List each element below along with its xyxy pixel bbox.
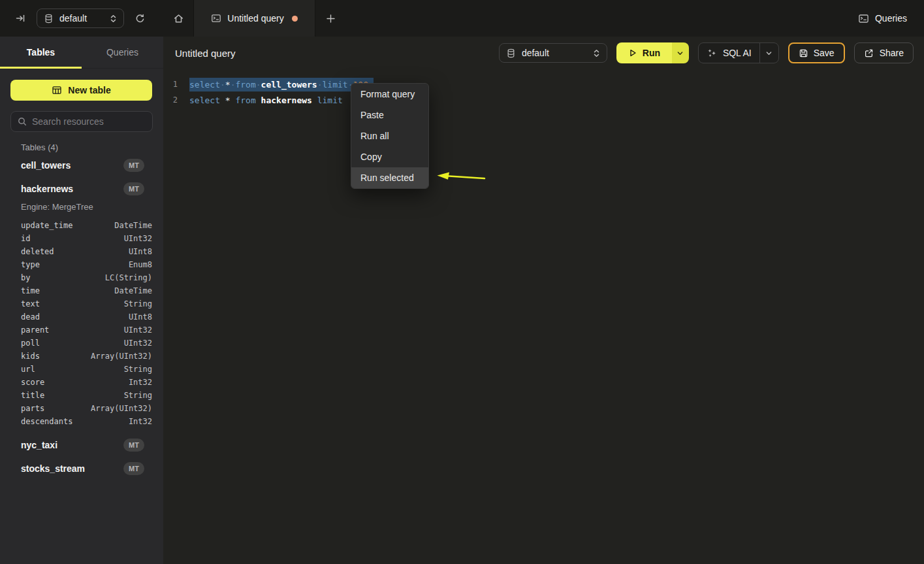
queries-button[interactable]: Queries [858,13,907,24]
database-icon [506,48,516,58]
chevron-sort-icon [110,14,117,23]
sql-ai-button-group: SQL AI [698,42,779,63]
collapse-sidebar-icon[interactable] [15,13,25,24]
column-type: LC(String) [105,273,152,282]
column-type: String [124,391,152,400]
tab-label: Untitled query [227,13,283,24]
column-type: Array(UInt32) [91,352,152,361]
run-button[interactable]: Run [616,42,672,63]
run-button-label: Run [643,48,660,58]
chevron-sort-icon [593,49,600,58]
code-token: * [225,80,231,90]
code-line[interactable]: 1select·*·from·cell_towers·limit·100· [163,76,924,92]
database-selector-top[interactable]: default [37,8,124,28]
database-selector-toolbar[interactable]: default [499,43,607,63]
code-line[interactable]: 2select * from hackernews limit [163,92,924,108]
table-engine-badge: MT [123,462,144,475]
code-token: · [317,80,323,90]
code-token: hackernews [261,95,312,105]
sidebar-tab-tables[interactable]: Tables [0,37,82,68]
code-token: · [256,80,261,90]
query-header: Untitled query default Run [163,37,924,69]
column-name: score [21,378,44,387]
share-button[interactable]: Share [854,42,914,63]
code-token [256,95,261,105]
run-button-group: Run [616,42,689,63]
editor-lines: 1select·*·from·cell_towers·limit·100·2se… [163,76,924,108]
table-column-row: parentUInt32 [0,323,163,337]
table-item[interactable]: hackernewsMT [0,178,163,199]
tab-untitled-query[interactable]: Untitled query [193,0,315,37]
search-input[interactable] [32,116,146,127]
refresh-icon[interactable] [135,13,146,24]
table-column-row: kidsArray(UInt32) [0,350,163,363]
main-panel: Untitled query default Run [163,37,924,564]
code-token: limit [323,80,348,90]
table-column-row: deadUInt8 [0,310,163,323]
table-column-row: idUInt32 [0,232,163,245]
table-engine-badge: MT [123,182,144,195]
context-menu-item-run-selected[interactable]: Run selected [351,167,428,188]
database-selector-value: default [522,48,587,58]
sql-ai-chevron[interactable] [760,43,778,63]
sidebar-tabs: Tables Queries [0,37,163,69]
context-menu-item-run-all[interactable]: Run all [351,125,428,146]
terminal-icon [211,13,221,24]
column-name: parent [21,325,49,335]
new-table-button[interactable]: New table [10,80,152,101]
table-engine-badge: MT [123,159,144,172]
table-column-row: textString [0,297,163,310]
column-type: Int32 [129,417,152,426]
home-icon[interactable] [163,0,193,37]
toolbar: default Run [499,42,914,63]
sql-editor[interactable]: 1select·*·from·cell_towers·limit·100·2se… [163,69,924,108]
table-column-row: titleString [0,389,163,402]
database-selector-value: default [59,13,104,24]
column-type: UInt8 [129,247,152,256]
code-text: select * from hackernews limit [189,93,343,107]
column-name: kids [21,352,40,361]
new-tab-icon[interactable] [315,0,345,37]
column-type: Int32 [129,378,152,387]
context-menu-item-paste[interactable]: Paste [351,105,428,125]
table-item[interactable]: nyc_taxiMT [0,435,163,456]
run-options-chevron[interactable] [672,42,689,63]
table-column-row: pollUInt32 [0,337,163,350]
sql-ai-button[interactable]: SQL AI [699,43,759,63]
code-token: cell_towers [261,80,317,90]
column-type: Array(UInt32) [91,404,152,413]
sidebar-tab-queries[interactable]: Queries [82,37,163,68]
column-type: Enum8 [129,260,152,269]
table-item[interactable]: stocks_streamMT [0,458,163,479]
search-box[interactable] [10,111,153,132]
play-icon [628,48,637,58]
table-item[interactable]: cell_towersMT [0,155,163,176]
column-name: poll [21,339,40,348]
code-token: from [235,95,255,105]
context-menu-item-format-query[interactable]: Format query [351,84,428,105]
code-token: limit [317,95,343,105]
column-type: UInt32 [124,339,152,348]
column-type: String [124,299,152,308]
share-button-label: Share [880,48,904,58]
column-type: UInt32 [124,325,152,335]
table-column-row: partsArray(UInt32) [0,402,163,415]
top-bar-left: default [0,8,163,28]
column-name: title [21,391,44,400]
table-column-row: typeEnum8 [0,258,163,271]
code-token: * [225,95,231,105]
share-icon [864,48,874,58]
table-column-row: urlString [0,363,163,376]
column-type: UInt8 [129,312,152,322]
column-name: url [21,365,35,374]
sql-ai-label: SQL AI [723,48,752,58]
table-column-row: update_timeDateTime [0,219,163,232]
context-menu-item-copy[interactable]: Copy [351,146,428,167]
tables-list: cell_towersMThackernewsMTEngine: MergeTr… [0,155,163,479]
sidebar: Tables Queries New table Tables (4) cell… [0,37,163,564]
table-column-row: deletedUInt8 [0,245,163,258]
code-token [312,95,317,105]
column-name: id [21,234,30,243]
save-button[interactable]: Save [788,42,845,63]
code-token [220,95,225,105]
